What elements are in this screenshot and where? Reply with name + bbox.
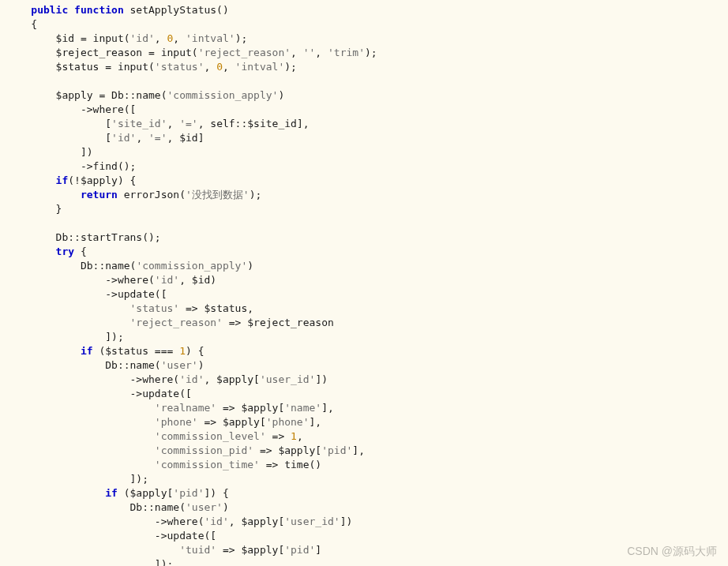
code-block: public function setApplyStatus() { $id =… — [0, 0, 728, 566]
